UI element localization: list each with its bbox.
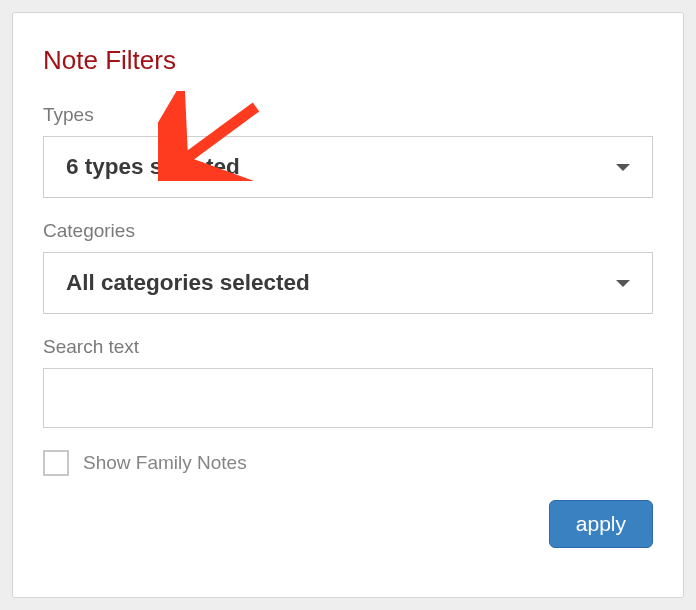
categories-label: Categories (43, 220, 653, 242)
apply-button[interactable]: apply (549, 500, 653, 548)
types-dropdown[interactable]: 6 types selected (43, 136, 653, 198)
caret-down-icon (616, 280, 630, 287)
categories-selected-text: All categories selected (66, 270, 310, 296)
types-label: Types (43, 104, 653, 126)
caret-down-icon (616, 164, 630, 171)
show-family-notes-label: Show Family Notes (83, 452, 247, 474)
show-family-notes-row[interactable]: Show Family Notes (43, 450, 653, 476)
panel-title: Note Filters (43, 45, 653, 76)
categories-dropdown[interactable]: All categories selected (43, 252, 653, 314)
note-filters-panel: Note Filters Types 6 types selected Cate… (12, 12, 684, 598)
actions-row: apply (43, 500, 653, 548)
search-label: Search text (43, 336, 653, 358)
types-selected-text: 6 types selected (66, 154, 240, 180)
show-family-notes-checkbox[interactable] (43, 450, 69, 476)
search-input[interactable] (43, 368, 653, 428)
